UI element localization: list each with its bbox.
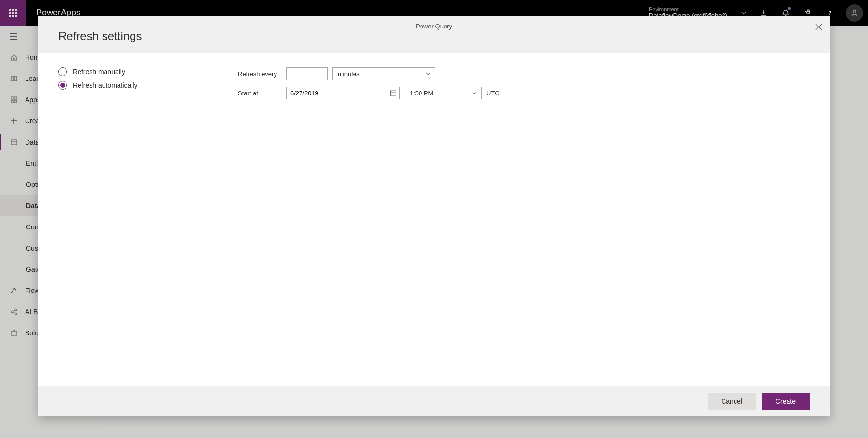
dialog-footer: Cancel Create [38,386,830,416]
dialog-context-label: Power Query [38,23,830,30]
radio-icon [58,67,67,76]
svg-rect-21 [391,91,396,96]
timezone-label: UTC [487,90,500,97]
schedule-pane: Refresh every minutes Start at 1:50 PM [227,67,810,372]
radio-label: Refresh manually [73,68,125,76]
radio-refresh-manually[interactable]: Refresh manually [58,67,217,76]
refresh-every-label: Refresh every [238,70,281,78]
select-value: 1:50 PM [410,90,433,97]
start-at-label: Start at [238,90,281,97]
start-time-select[interactable]: 1:50 PM [405,87,482,99]
close-button[interactable] [815,24,822,30]
refresh-mode-pane: Refresh manually Refresh automatically [58,67,227,372]
close-icon [815,24,822,30]
refresh-unit-select[interactable]: minutes [332,67,435,80]
dialog-header: Power Query Refresh settings [38,16,830,53]
chevron-down-icon [425,71,431,77]
refresh-every-row: Refresh every minutes [238,67,810,80]
select-value: minutes [338,70,360,78]
refresh-interval-input[interactable] [286,67,328,80]
calendar-icon[interactable] [390,90,397,97]
dialog-body: Refresh manually Refresh automatically R… [38,53,830,386]
radio-icon [58,81,67,90]
start-at-row: Start at 1:50 PM UTC [238,87,810,99]
create-button[interactable]: Create [762,393,810,410]
cancel-button[interactable]: Cancel [708,393,756,410]
chevron-down-icon [472,90,477,96]
refresh-settings-dialog: Power Query Refresh settings Refresh man… [38,16,830,416]
dialog-title: Refresh settings [58,29,810,43]
radio-label: Refresh automatically [73,81,138,89]
radio-refresh-automatically[interactable]: Refresh automatically [58,81,217,90]
start-date-input[interactable] [286,87,400,99]
